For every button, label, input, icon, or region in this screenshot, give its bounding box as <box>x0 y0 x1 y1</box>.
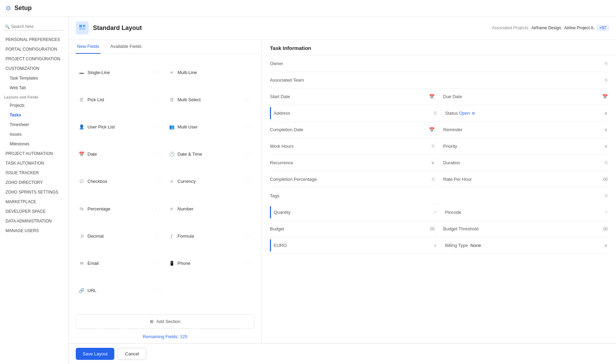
tab-new-fields[interactable]: New Fields <box>76 40 101 54</box>
sidebar-item-projects[interactable]: Projects <box>0 101 69 110</box>
dropdown-icon[interactable]: ∨ <box>604 111 608 116</box>
dropdown-icon[interactable]: ∨ <box>604 127 608 132</box>
field-item-multi-user[interactable]: 👥 Multi User ⋮⋮ <box>166 114 255 140</box>
tags-field: Tags ⎘ <box>270 190 608 202</box>
sidebar-item-issues[interactable]: Issues <box>0 129 69 139</box>
project-link-2[interactable]: Airline Project A, <box>564 25 595 30</box>
move-icon[interactable]: ⤢ <box>434 210 437 215</box>
sidebar-item-zoho-sprints[interactable]: ZOHO SPRINTS SETTINGS <box>0 187 69 197</box>
reminder-field: Reminder ∨ <box>438 124 608 136</box>
sidebar-item-personal-preferences[interactable]: PERSONAL PREFERENCES <box>0 35 69 44</box>
address-field: Address ⎘ <box>270 107 437 119</box>
drag-handle[interactable]: ⋮⋮ <box>244 261 252 266</box>
drag-handle[interactable]: ⋮⋮ <box>154 234 162 238</box>
drag-handle[interactable]: ⋮⋮ <box>154 152 162 156</box>
phone-icon: 📱 <box>169 261 175 266</box>
drag-handle[interactable]: ⋮⋮ <box>244 207 252 211</box>
field-row-associated-team: Associated Team ⎘ <box>270 72 608 89</box>
field-item-percentage[interactable]: % Percentage ⋮⋮ <box>76 196 165 222</box>
sidebar-item-marketplace[interactable]: MARKETPLACE <box>0 197 69 207</box>
project-link-1[interactable]: Airframe Design, <box>531 25 562 30</box>
add-section-button[interactable]: ⊞ Add Section <box>76 314 254 329</box>
more-projects-badge[interactable]: +97 <box>597 25 609 31</box>
owner-field: Owner ⎘ <box>270 58 608 70</box>
field-item-phone[interactable]: 📱 Phone ⋮⋮ <box>166 250 255 276</box>
drag-handle[interactable]: ⋮⋮ <box>244 70 252 75</box>
drag-handle[interactable]: ⋮⋮ <box>244 125 252 129</box>
sidebar-item-portal-config[interactable]: PORTAL CONFIGURATION <box>0 44 69 54</box>
field-item-checkbox[interactable]: ☑ Checkbox ⋮⋮ <box>76 168 165 194</box>
drag-handle[interactable]: ⋮⋮ <box>154 179 162 184</box>
drag-handle[interactable]: ⋮⋮ <box>244 179 252 184</box>
drag-handle[interactable]: ⋮⋮ <box>244 97 252 102</box>
sidebar-item-customization[interactable]: CUSTOMIZATION <box>0 64 69 73</box>
user-pick-list-icon: 👤 <box>79 124 85 129</box>
sidebar-item-zoho-directory[interactable]: ZOHO DIRECTORY <box>0 178 69 187</box>
field-item-user-pick-list[interactable]: 👤 User Pick List ⋮⋮ <box>76 114 165 140</box>
cancel-button[interactable]: Cancel <box>118 348 146 360</box>
move-icon[interactable]: ⤢ <box>605 210 608 215</box>
percentage-icon: % <box>79 206 85 211</box>
formula-icon: ƒ <box>169 233 175 239</box>
field-item-single-line[interactable]: ▬ Single-Line ⋮⋮ <box>76 60 165 85</box>
associated-label: Associated Projects: <box>492 25 530 30</box>
completion-pct-field: Completion Percentage ⎘ <box>270 173 435 185</box>
field-item-number[interactable]: # Number ⋮⋮ <box>166 196 255 222</box>
drag-handle[interactable]: ⋮⋮ <box>154 97 162 102</box>
sidebar-item-task-automation[interactable]: TASK AUTOMATION <box>0 158 69 168</box>
field-row-budget: Budget .00 Budget Threshold .00 <box>270 221 608 237</box>
sidebar-item-manage-users[interactable]: MANAGE USERS <box>0 226 69 236</box>
field-item-date[interactable]: 📅 Date ⋮⋮ <box>76 141 165 167</box>
sidebar-item-web-tab[interactable]: Web Tab <box>0 83 69 93</box>
field-item-multi-line[interactable]: ≡ Multi-Line ⋮⋮ <box>166 60 255 85</box>
drag-handle[interactable]: ⋮⋮ <box>244 152 252 156</box>
sidebar-item-tasks[interactable]: Tasks <box>0 110 69 120</box>
field-item-url[interactable]: 🔗 URL ⋮⋮ <box>76 278 165 303</box>
field-item-pick-list[interactable]: ☰ Pick List ⋮⋮ <box>76 87 165 113</box>
dropdown-icon[interactable]: ∨ <box>604 243 608 248</box>
status-gear-icon[interactable]: ⚙ <box>472 111 475 115</box>
field-item-multi-select[interactable]: ☰ Multi Select ⋮⋮ <box>166 87 255 113</box>
status-field: Status Open ⚙ ∨ <box>440 107 608 119</box>
sidebar-item-project-config[interactable]: PROJECT CONFIGURATION <box>0 54 69 64</box>
date-time-icon: 🕐 <box>169 152 175 157</box>
field-item-email[interactable]: ✉ Email ⋮⋮ <box>76 250 165 276</box>
copy-icon: ⎘ <box>432 144 435 149</box>
sidebar-item-project-automation[interactable]: PROJECT AUTOMATION <box>0 149 69 158</box>
sidebar-item-developer-space[interactable]: DEVELOPER SPACE <box>0 207 69 216</box>
sidebar-item-issue-tracker[interactable]: ISSUE TRACKER <box>0 168 69 178</box>
field-item-date-time[interactable]: 🕐 Date & Time ⋮⋮ <box>166 141 255 167</box>
field-item-formula[interactable]: ƒ Formula ⋮⋮ <box>166 223 255 249</box>
pincode-field: Pincode ⤢ <box>440 206 608 218</box>
pick-list-icon: ☰ <box>79 97 85 102</box>
sidebar-item-data-admin[interactable]: DATA ADMINISTRATION <box>0 216 69 226</box>
field-row-address-status: Address ⎘ Status Open ⚙ ∨ <box>270 105 608 122</box>
field-item-decimal[interactable]: .0 Decimal ⋮⋮ <box>76 223 165 249</box>
save-layout-button[interactable]: Save Layout <box>76 348 114 360</box>
associated-projects: Associated Projects: Airframe Design, Ai… <box>492 25 609 31</box>
sidebar-item-milestones[interactable]: Milestones <box>0 139 69 149</box>
decimal-indicator: .00 <box>602 227 608 231</box>
content-area: Standard Layout Associated Projects: Air… <box>69 17 616 364</box>
search-input[interactable] <box>4 23 64 31</box>
drag-handle[interactable]: ⋮⋮ <box>244 234 252 238</box>
dropdown-icon[interactable]: ∨ <box>604 144 608 149</box>
drag-handle[interactable]: ⋮⋮ <box>154 207 162 211</box>
drag-handle[interactable]: ⋮⋮ <box>154 261 162 266</box>
sidebar-item-task-templates[interactable]: Task Templates <box>0 73 69 83</box>
field-item-currency[interactable]: ¤ Currency ⋮⋮ <box>166 168 255 194</box>
number-icon: # <box>169 206 175 211</box>
sidebar-item-timesheet[interactable]: Timesheet <box>0 120 69 129</box>
field-row-workhours-priority: Work Hours ⎘ Priority ∨ <box>270 138 608 155</box>
drag-handle[interactable]: ⋮⋮ <box>154 70 162 75</box>
associated-team-field: Associated Team ⎘ <box>270 74 608 86</box>
rate-per-hour-field: Rate Per Hour .00 <box>438 173 608 185</box>
drag-handle[interactable]: ⋮⋮ <box>154 288 162 293</box>
tab-available-fields[interactable]: Available Fields <box>109 40 143 54</box>
task-info-title: Task Information <box>262 40 616 55</box>
email-icon: ✉ <box>79 261 85 266</box>
remaining-fields-link[interactable]: Remaining Fields: 125 <box>69 334 261 343</box>
decimal-indicator: .00 <box>602 177 608 182</box>
dropdown-icon[interactable]: ∨ <box>431 160 435 165</box>
drag-handle[interactable]: ⋮⋮ <box>154 125 162 129</box>
